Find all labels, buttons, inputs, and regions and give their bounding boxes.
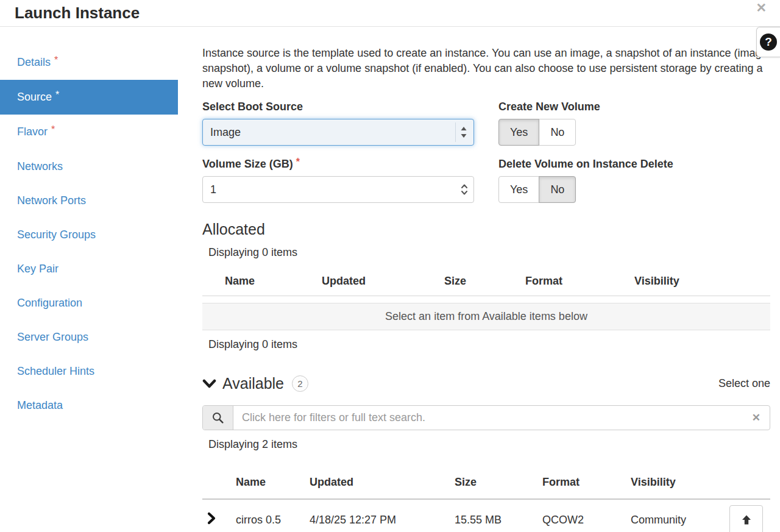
search-icon	[203, 406, 233, 430]
search-input[interactable]	[233, 406, 743, 430]
delete-volume-toggle: Yes No	[498, 176, 576, 203]
column-header-expand	[202, 467, 236, 499]
modal-body: Details* Source* Flavor* Networks Networ…	[0, 27, 780, 532]
cell-visibility: Community	[631, 499, 729, 532]
sidebar-item-networks[interactable]: Networks	[0, 149, 178, 183]
column-header-updated: Updated	[322, 265, 444, 296]
sidebar-item-metadata[interactable]: Metadata	[0, 388, 178, 422]
sidebar-item-details[interactable]: Details*	[0, 45, 178, 80]
sidebar-item-key-pair[interactable]: Key Pair	[0, 252, 178, 286]
sidebar-item-label: Scheduler Hints	[17, 365, 94, 377]
create-volume-toggle: Yes No	[498, 119, 576, 146]
delete-volume-label: Delete Volume on Instance Delete	[498, 158, 770, 171]
sidebar-item-label: Key Pair	[17, 263, 58, 275]
create-volume-yes-button[interactable]: Yes	[498, 119, 539, 146]
allocated-empty-message: Select an item from Available items belo…	[202, 303, 770, 330]
available-count: Displaying 2 items	[208, 438, 770, 451]
allocated-table-header: Name Updated Size Format Visibility	[202, 265, 770, 296]
sidebar-item-label: Network Ports	[17, 194, 86, 207]
sidebar-item-label: Security Groups	[17, 229, 96, 241]
sidebar-item-label: Flavor	[17, 126, 48, 138]
column-header-format: Format	[525, 265, 634, 296]
delete-volume-no-button[interactable]: No	[539, 176, 576, 203]
column-header-updated: Updated	[310, 467, 455, 499]
sidebar-item-label: Server Groups	[17, 331, 88, 343]
cell-updated: 4/18/25 12:27 PM	[310, 499, 455, 532]
allocate-button[interactable]	[729, 505, 763, 532]
column-header-name: Name	[236, 467, 310, 499]
source-step-content: Instance source is the template used to …	[178, 27, 780, 532]
select-arrows-icon	[455, 122, 472, 142]
spacer-row	[202, 296, 770, 303]
available-table: Name Updated Size Format Visibility cirr…	[202, 467, 770, 532]
sidebar-item-flavor[interactable]: Flavor*	[0, 115, 178, 149]
available-header: Available 2 Select one	[202, 375, 770, 392]
available-count-badge: 2	[292, 375, 308, 392]
required-marker: *	[54, 55, 58, 65]
volume-size-input[interactable]	[202, 176, 474, 203]
required-marker: *	[55, 90, 59, 100]
search-bar: ✕	[202, 405, 770, 430]
required-marker: *	[51, 124, 55, 135]
column-header-visibility: Visibility	[634, 265, 770, 296]
volume-size-label-text: Volume Size (GB)	[202, 158, 293, 170]
cell-format: QCOW2	[542, 499, 631, 532]
sidebar-item-source[interactable]: Source*	[0, 80, 178, 115]
expand-chevron-icon[interactable]	[202, 512, 216, 525]
sidebar-item-label: Details	[17, 56, 51, 68]
allocated-empty-row: Select an item from Available items belo…	[202, 303, 770, 330]
wizard-nav: Details* Source* Flavor* Networks Networ…	[0, 27, 178, 422]
allocated-count-top: Displaying 0 items	[208, 246, 770, 259]
source-form: Select Boot Source Image Create New Volu…	[202, 101, 770, 203]
table-row[interactable]: cirros 0.5 4/18/25 12:27 PM 15.55 MB QCO…	[202, 499, 770, 532]
close-icon[interactable]: ✕	[756, 1, 767, 15]
cell-name: cirros 0.5	[236, 499, 310, 532]
column-header-format: Format	[542, 467, 631, 499]
volume-size-control	[202, 176, 474, 203]
page-title: Launch Instance	[15, 4, 140, 22]
sidebar-item-label: Metadata	[17, 399, 63, 411]
required-marker: *	[296, 157, 300, 167]
sidebar-item-network-ports[interactable]: Network Ports	[0, 183, 178, 218]
column-header-visibility: Visibility	[631, 467, 729, 499]
chevron-down-icon[interactable]	[202, 378, 216, 389]
source-description: Instance source is the template used to …	[202, 46, 770, 91]
allocated-heading: Allocated	[202, 221, 770, 238]
allocated-count-bottom: Displaying 0 items	[208, 338, 770, 351]
help-button[interactable]: ?	[756, 27, 780, 57]
sidebar-item-server-groups[interactable]: Server Groups	[0, 320, 178, 354]
clear-search-icon[interactable]: ✕	[743, 406, 770, 430]
arrow-up-icon	[740, 514, 753, 526]
sidebar-item-configuration[interactable]: Configuration	[0, 286, 178, 320]
delete-volume-yes-button[interactable]: Yes	[498, 176, 539, 203]
sidebar-item-scheduler-hints[interactable]: Scheduler Hints	[0, 354, 178, 388]
create-volume-field: Create New Volume Yes No	[498, 101, 770, 146]
column-header-name: Name	[202, 265, 322, 296]
column-header-size: Size	[455, 467, 542, 499]
allocated-table: Name Updated Size Format Visibility Sele…	[202, 265, 770, 330]
column-header-size: Size	[444, 265, 525, 296]
boot-source-value: Image	[210, 126, 455, 139]
boot-source-field: Select Boot Source Image	[202, 101, 474, 146]
column-header-action	[729, 467, 770, 499]
modal-header: Launch Instance ✕	[0, 0, 780, 27]
sidebar-item-security-groups[interactable]: Security Groups	[0, 218, 178, 252]
create-volume-no-button[interactable]: No	[539, 119, 576, 146]
boot-source-label: Select Boot Source	[202, 101, 474, 113]
available-table-header: Name Updated Size Format Visibility	[202, 467, 770, 499]
number-stepper-icon[interactable]	[460, 182, 469, 197]
sidebar-item-label: Source	[17, 91, 52, 103]
volume-size-field: Volume Size (GB)*	[202, 158, 474, 203]
sidebar-item-label: Networks	[17, 160, 63, 172]
sidebar-item-label: Configuration	[17, 297, 82, 309]
delete-volume-field: Delete Volume on Instance Delete Yes No	[498, 158, 770, 203]
help-icon: ?	[760, 34, 777, 51]
cell-size: 15.55 MB	[455, 499, 542, 532]
create-volume-label: Create New Volume	[498, 101, 770, 113]
boot-source-select[interactable]: Image	[202, 119, 474, 146]
volume-size-label: Volume Size (GB)*	[202, 158, 474, 171]
available-heading: Available	[222, 375, 284, 392]
select-one-hint: Select one	[718, 377, 770, 390]
